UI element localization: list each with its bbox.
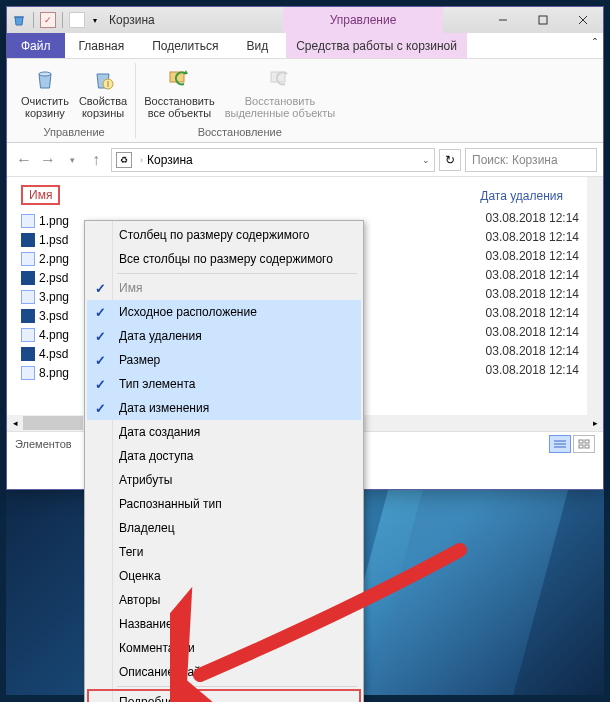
restore-all-button[interactable]: Восстановить все объекты [144,63,214,124]
ribbon-group-manage-label: Управление [44,126,105,138]
check-icon: ✓ [95,377,106,392]
png-file-icon [21,290,35,304]
restore-selected-icon [266,65,294,93]
nav-back-button[interactable]: ← [13,149,35,171]
ctx-col-size[interactable]: ✓Размер [87,348,361,372]
png-file-icon [21,366,35,380]
ctx-size-all-columns[interactable]: Все столбцы по размеру содержимого [87,247,361,271]
tab-file[interactable]: Файл [7,33,65,58]
ctx-size-column[interactable]: Столбец по размеру содержимого [87,223,361,247]
file-date: 03.08.2018 12:14 [486,287,579,306]
status-text: Элементов [15,438,72,450]
ctx-col-tags[interactable]: Теги [87,540,361,564]
file-row[interactable]: 4.png [21,325,69,344]
file-date: 03.08.2018 12:14 [486,363,579,382]
address-bin-icon: ♻ [116,152,132,168]
file-date: 03.08.2018 12:14 [486,268,579,287]
ctx-col-orig-location[interactable]: ✓Исходное расположение [87,300,361,324]
view-icons-button[interactable] [573,435,595,453]
nav-history-button[interactable]: ▾ [61,149,83,171]
nav-up-button[interactable]: ↑ [85,149,107,171]
file-date: 03.08.2018 12:14 [486,306,579,325]
scrollbar-vertical[interactable] [587,177,603,415]
ctx-col-date-deleted[interactable]: ✓Дата удаления [87,324,361,348]
ctx-col-date-access[interactable]: Дата доступа [87,444,361,468]
tab-home[interactable]: Главная [65,33,139,58]
ctx-col-title[interactable]: Название [87,612,361,636]
psd-file-icon [21,347,35,361]
address-dropdown-icon[interactable]: ⌄ [422,155,430,165]
ctx-col-perceived-type[interactable]: Распознанный тип [87,492,361,516]
ctx-col-type[interactable]: ✓Тип элемента [87,372,361,396]
ctx-col-attributes[interactable]: Атрибуты [87,468,361,492]
ctx-col-file-desc[interactable]: Описание файла [87,660,361,684]
svg-rect-14 [579,445,583,448]
ctx-col-date-created[interactable]: Дата создания [87,420,361,444]
address-bar[interactable]: ♻ › Корзина ⌄ [111,148,435,172]
file-row[interactable]: 8.png [21,363,69,382]
close-button[interactable] [563,7,603,33]
png-file-icon [21,328,35,342]
file-row[interactable]: 1.psd [21,230,69,249]
ctx-col-authors[interactable]: Авторы [87,588,361,612]
qat-checkbox-icon[interactable]: ✓ [40,12,56,28]
file-row[interactable]: 4.psd [21,344,69,363]
contextual-tab-header: Управление [283,7,443,33]
ribbon-tabs: Файл Главная Поделиться Вид Средства раб… [7,33,603,59]
ctx-col-rating[interactable]: Оценка [87,564,361,588]
file-name: 4.png [39,328,69,342]
tab-view[interactable]: Вид [232,33,282,58]
search-input[interactable]: Поиск: Корзина [465,148,597,172]
ctx-col-owner[interactable]: Владелец [87,516,361,540]
file-row[interactable]: 2.png [21,249,69,268]
view-details-button[interactable] [549,435,571,453]
column-header-date[interactable]: Дата удаления [480,189,563,203]
svg-rect-13 [585,440,589,443]
ribbon-collapse-icon[interactable]: ˆ [593,37,597,51]
file-name: 4.psd [39,347,68,361]
empty-recycle-button[interactable]: Очистить корзину [21,63,69,124]
png-file-icon [21,214,35,228]
restore-selected-button[interactable]: Восстановить выделенные объекты [225,63,336,124]
tab-share[interactable]: Поделиться [138,33,232,58]
tab-recycle-tools[interactable]: Средства работы с корзиной [286,33,467,58]
scroll-right-icon[interactable]: ▸ [587,415,603,431]
file-date: 03.08.2018 12:14 [486,344,579,363]
file-date: 03.08.2018 12:14 [486,325,579,344]
file-name: 2.png [39,252,69,266]
check-icon: ✓ [95,401,106,416]
properties-icon [89,65,117,93]
file-date: 03.08.2018 12:14 [486,249,579,268]
scroll-thumb[interactable] [23,416,83,430]
minimize-button[interactable] [483,7,523,33]
file-row[interactable]: 3.png [21,287,69,306]
check-icon: ✓ [95,353,106,368]
file-name: 1.psd [39,233,68,247]
file-row[interactable]: 1.png [21,211,69,230]
refresh-button[interactable]: ↻ [439,149,461,171]
ctx-col-comments[interactable]: Комментарии [87,636,361,660]
scroll-left-icon[interactable]: ◂ [7,415,23,431]
trash-icon [31,65,59,93]
png-file-icon [21,252,35,266]
check-icon: ✓ [95,281,106,296]
nav-forward-button[interactable]: → [37,149,59,171]
svg-rect-1 [539,16,547,24]
qat-dropdown-icon[interactable]: ▾ [87,12,103,28]
ctx-col-name[interactable]: ✓Имя [87,276,361,300]
restore-all-icon [165,65,193,93]
column-header-name[interactable]: Имя [21,185,60,205]
ctx-more[interactable]: Подробнее... [87,689,361,702]
file-date: 03.08.2018 12:14 [486,230,579,249]
ctx-col-date-modified[interactable]: ✓Дата изменения [87,396,361,420]
file-name: 2.psd [39,271,68,285]
folder-icon [69,12,85,28]
file-row[interactable]: 3.psd [21,306,69,325]
file-name: 3.png [39,290,69,304]
file-row[interactable]: 2.psd [21,268,69,287]
maximize-button[interactable] [523,7,563,33]
svg-rect-12 [579,440,583,443]
titlebar: ✓ ▾ Корзина Управление [7,7,603,33]
file-name: 3.psd [39,309,68,323]
recycle-properties-button[interactable]: Свойства корзины [79,63,127,124]
